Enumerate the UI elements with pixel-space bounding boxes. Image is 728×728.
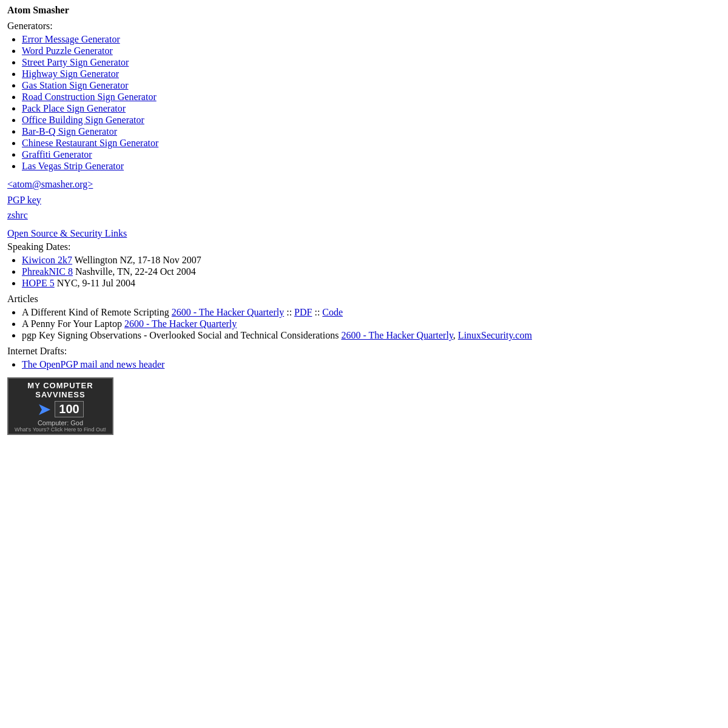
open-source-security-link[interactable]: Open Source & Security Links xyxy=(7,228,127,238)
barbq-sign-generator-link[interactable]: Bar-B-Q Sign Generator xyxy=(22,126,117,136)
street-party-sign-generator-link[interactable]: Street Party Sign Generator xyxy=(22,57,129,67)
list-item: Gas Station Sign Generator xyxy=(22,80,721,91)
article3-prefix: pgp Key Signing Observations - Overlooke… xyxy=(22,330,341,340)
contact-section: <atom@smasher.org> PGP key zshrc xyxy=(7,177,721,223)
list-item: Kiwicon 2k7 Wellington NZ, 17-18 Nov 200… xyxy=(22,255,721,266)
error-message-generator-link[interactable]: Error Message Generator xyxy=(22,34,120,44)
badge-arrow-icon: ➤ xyxy=(37,399,51,419)
highway-sign-generator-link[interactable]: Highway Sign Generator xyxy=(22,69,119,79)
article1-sep1: :: xyxy=(284,307,294,317)
articles-label: Articles xyxy=(7,294,721,305)
list-item: Word Puzzle Generator xyxy=(22,46,721,56)
list-item: PhreakNIC 8 Nashville, TN, 22-24 Oct 200… xyxy=(22,266,721,277)
pack-place-sign-generator-link[interactable]: Pack Place Sign Generator xyxy=(22,103,126,113)
badge-cta: What's Yours? Click Here to Find Out! xyxy=(15,426,106,433)
internet-drafts-label: Internet Drafts: xyxy=(7,346,721,357)
kiwicon-detail: Wellington NZ, 17-18 Nov 2007 xyxy=(72,255,201,265)
list-item: Street Party Sign Generator xyxy=(22,57,721,68)
list-item: Error Message Generator xyxy=(22,34,721,45)
article3-link1[interactable]: 2600 - The Hacker Quarterly xyxy=(341,330,453,340)
badge-score-row: ➤ 100 xyxy=(37,399,83,419)
phreaknic-detail: Nashville, TN, 22-24 Oct 2004 xyxy=(73,266,196,277)
article2-link1[interactable]: 2600 - The Hacker Quarterly xyxy=(124,318,237,329)
pgp-key-link[interactable]: PGP key xyxy=(7,192,721,208)
article1-link2[interactable]: PDF xyxy=(294,307,312,317)
badge-title: My Computer Savviness xyxy=(27,381,93,399)
site-title: Atom Smasher xyxy=(7,5,721,16)
internet-drafts-list: The OpenPGP mail and news header xyxy=(22,359,721,370)
badge-score: 100 xyxy=(55,401,83,417)
phreaknic-link[interactable]: PhreakNIC 8 xyxy=(22,266,73,277)
graffiti-generator-link[interactable]: Graffiti Generator xyxy=(22,149,92,160)
generators-label: Generators: xyxy=(7,21,721,32)
list-item: Office Building Sign Generator xyxy=(22,115,721,126)
generators-list: Error Message Generator Word Puzzle Gene… xyxy=(22,34,721,172)
chinese-restaurant-sign-generator-link[interactable]: Chinese Restaurant Sign Generator xyxy=(22,138,158,148)
list-item: Bar-B-Q Sign Generator xyxy=(22,126,721,137)
list-item: A Penny For Your Laptop 2600 - The Hacke… xyxy=(22,318,721,329)
word-puzzle-generator-link[interactable]: Word Puzzle Generator xyxy=(22,46,113,56)
list-item: pgp Key Signing Observations - Overlooke… xyxy=(22,330,721,341)
article1-link3[interactable]: Code xyxy=(322,307,343,317)
office-building-sign-generator-link[interactable]: Office Building Sign Generator xyxy=(22,115,144,125)
list-item: Graffiti Generator xyxy=(22,149,721,160)
list-item: Las Vegas Strip Generator xyxy=(22,161,721,172)
speaking-dates-list: Kiwicon 2k7 Wellington NZ, 17-18 Nov 200… xyxy=(22,255,721,289)
zshrc-link[interactable]: zshrc xyxy=(7,207,721,223)
gas-station-sign-generator-link[interactable]: Gas Station Sign Generator xyxy=(22,80,129,90)
road-construction-sign-generator-link[interactable]: Road Construction Sign Generator xyxy=(22,92,157,102)
articles-list: A Different Kind of Remote Scripting 260… xyxy=(22,307,721,341)
list-item: The OpenPGP mail and news header xyxy=(22,359,721,370)
article3-sep1: , xyxy=(453,330,458,340)
hope5-detail: NYC, 9-11 Jul 2004 xyxy=(55,278,135,288)
list-item: A Different Kind of Remote Scripting 260… xyxy=(22,307,721,318)
article1-sep2: :: xyxy=(312,307,322,317)
list-item: HOPE 5 NYC, 9-11 Jul 2004 xyxy=(22,278,721,289)
speaking-dates-label: Speaking Dates: xyxy=(7,241,721,252)
badge-container[interactable]: My Computer Savviness ➤ 100 Computer: Go… xyxy=(7,377,721,435)
article2-prefix: A Penny For Your Laptop xyxy=(22,318,124,329)
openpgp-mail-news-header-link[interactable]: The OpenPGP mail and news header xyxy=(22,359,164,369)
computer-savviness-badge[interactable]: My Computer Savviness ➤ 100 Computer: Go… xyxy=(7,377,113,435)
list-item: Chinese Restaurant Sign Generator xyxy=(22,138,721,149)
article3-link2[interactable]: LinuxSecurity.com xyxy=(458,330,532,340)
list-item: Pack Place Sign Generator xyxy=(22,103,721,114)
list-item: Highway Sign Generator xyxy=(22,69,721,79)
hope5-link[interactable]: HOPE 5 xyxy=(22,278,55,288)
kiwicon-link[interactable]: Kiwicon 2k7 xyxy=(22,255,72,265)
list-item: Road Construction Sign Generator xyxy=(22,92,721,103)
open-source-link-container: Open Source & Security Links xyxy=(7,228,721,239)
article1-link1[interactable]: 2600 - The Hacker Quarterly xyxy=(172,307,284,317)
article1-prefix: A Different Kind of Remote Scripting xyxy=(22,307,172,317)
las-vegas-strip-generator-link[interactable]: Las Vegas Strip Generator xyxy=(22,161,124,171)
email-link[interactable]: <atom@smasher.org> xyxy=(7,177,721,192)
badge-level: Computer: God xyxy=(38,419,83,426)
